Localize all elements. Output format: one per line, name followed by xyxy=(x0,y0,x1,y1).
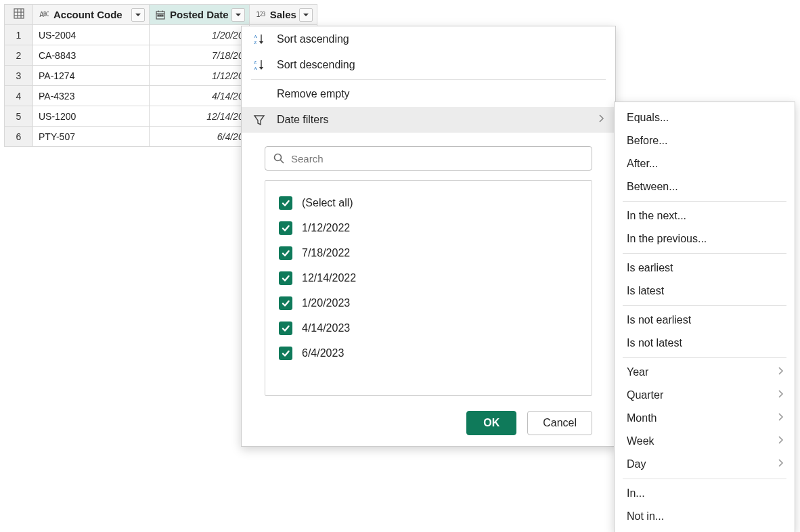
submenu-item[interactable]: Month xyxy=(615,407,795,430)
svg-text:A: A xyxy=(254,34,257,39)
menu-label: Sort ascending xyxy=(277,33,604,45)
menu-item-sort-ascending[interactable]: AZ Sort ascending xyxy=(242,26,615,52)
row-number[interactable]: 3 xyxy=(5,66,33,86)
column-dropdown-panel: AZ Sort ascending ZA Sort descending Rem… xyxy=(241,26,616,447)
cell-account[interactable]: PTY-507 xyxy=(33,127,149,146)
filter-value-item[interactable]: 4/14/2023 xyxy=(279,315,578,340)
row-number[interactable]: 4 xyxy=(5,86,33,106)
checkbox-icon[interactable] xyxy=(279,271,292,285)
checkbox-icon[interactable] xyxy=(279,322,292,335)
filter-icon xyxy=(251,113,267,127)
submenu-label: Between... xyxy=(627,181,678,193)
submenu-item[interactable]: Before... xyxy=(615,129,795,152)
submenu-item[interactable]: Year xyxy=(615,361,795,384)
submenu-label: Day xyxy=(627,458,646,470)
cell-posted-date[interactable]: 7/18/20 xyxy=(150,45,249,65)
menu-label: Date filters xyxy=(277,114,588,126)
row-number[interactable]: 1 xyxy=(5,25,33,45)
submenu-item[interactable]: After... xyxy=(615,152,795,175)
filter-value-label: 1/20/2023 xyxy=(302,297,350,309)
cell-account[interactable]: US-1200 xyxy=(33,106,149,126)
svg-line-19 xyxy=(281,160,284,164)
submenu-item[interactable]: Is not latest xyxy=(615,332,795,355)
menu-item-date-filters[interactable]: Date filters xyxy=(242,107,615,133)
date-filters-submenu: Equals...Before...After...Between...In t… xyxy=(614,102,795,532)
menu-label: Sort descending xyxy=(277,59,604,71)
submenu-label: Year xyxy=(627,366,648,378)
svg-text:A: A xyxy=(254,66,257,71)
submenu-label: Is not earliest xyxy=(627,314,691,326)
cell-posted-date[interactable]: 4/14/20 xyxy=(150,86,249,106)
corner-cell[interactable] xyxy=(5,5,33,25)
search-icon xyxy=(273,152,285,167)
submenu-label: Not in... xyxy=(627,510,664,523)
filter-value-item[interactable]: 1/12/2022 xyxy=(279,215,578,240)
filter-value-item[interactable]: 7/18/2022 xyxy=(279,240,578,265)
submenu-label: Equals... xyxy=(627,112,669,124)
submenu-label: Month xyxy=(627,412,657,424)
submenu-item[interactable]: Is earliest xyxy=(615,257,795,280)
cell-account[interactable]: PA-1274 xyxy=(33,66,149,85)
submenu-item[interactable]: Day xyxy=(615,453,795,476)
column-header-posted-date[interactable]: Posted Date xyxy=(150,5,250,25)
submenu-item[interactable]: Equals... xyxy=(615,106,795,129)
checkbox-icon[interactable] xyxy=(279,296,292,310)
cell-account[interactable]: PA-4323 xyxy=(33,86,149,106)
checkbox-icon[interactable] xyxy=(279,221,292,235)
filter-value-item[interactable]: 1/20/2023 xyxy=(279,290,578,315)
filter-values-list: (Select all)1/12/20227/18/202212/14/2022… xyxy=(265,180,592,396)
submenu-label: In... xyxy=(627,487,645,500)
cell-posted-date[interactable]: 6/4/20 xyxy=(150,127,249,146)
submenu-item[interactable]: In the next... xyxy=(615,204,795,227)
menu-separator xyxy=(623,253,786,254)
submenu-item[interactable]: Is latest xyxy=(615,280,795,303)
search-input[interactable] xyxy=(265,146,592,171)
column-header-sales[interactable]: 123 Sales xyxy=(249,5,317,25)
row-number[interactable]: 6 xyxy=(5,127,33,147)
ok-button[interactable]: OK xyxy=(466,411,516,435)
submenu-label: Before... xyxy=(627,135,667,147)
column-filter-button[interactable] xyxy=(231,8,245,22)
submenu-label: Week xyxy=(627,435,654,447)
submenu-item[interactable]: Is not earliest xyxy=(615,309,795,332)
submenu-item[interactable]: Quarter xyxy=(615,384,795,407)
chevron-down-icon xyxy=(235,12,242,18)
filter-value-label: 4/14/2023 xyxy=(302,322,350,334)
filter-value-label: (Select all) xyxy=(302,197,353,209)
svg-rect-10 xyxy=(160,15,161,16)
menu-label: Remove empty xyxy=(277,88,604,100)
cell-account[interactable]: US-2004 xyxy=(33,25,149,45)
submenu-item[interactable]: In... xyxy=(615,482,795,505)
filter-value-item[interactable]: (Select all) xyxy=(279,190,578,215)
column-filter-button[interactable] xyxy=(299,8,313,22)
number-type-icon: 123 xyxy=(254,9,267,21)
filter-value-item[interactable]: 12/14/2022 xyxy=(279,265,578,290)
submenu-item[interactable]: Week xyxy=(615,430,795,453)
submenu-label: In the previous... xyxy=(627,233,707,245)
checkbox-icon[interactable] xyxy=(279,347,292,360)
cell-posted-date[interactable]: 1/12/20 xyxy=(150,66,249,85)
sort-descending-icon: ZA xyxy=(251,58,267,72)
row-number[interactable]: 2 xyxy=(5,45,33,66)
column-header-account[interactable]: ABC Account Code xyxy=(33,5,150,25)
svg-rect-0 xyxy=(14,9,24,18)
cell-account[interactable]: CA-8843 xyxy=(33,45,149,65)
filter-value-item[interactable]: 6/4/2023 xyxy=(279,340,578,365)
text-type-icon: ABC xyxy=(37,9,51,21)
cell-posted-date[interactable]: 1/20/20 xyxy=(150,25,249,45)
menu-item-sort-descending[interactable]: ZA Sort descending xyxy=(242,52,615,78)
checkbox-icon[interactable] xyxy=(279,196,292,210)
chevron-right-icon xyxy=(777,366,784,378)
checkbox-icon[interactable] xyxy=(279,246,292,260)
cancel-button[interactable]: Cancel xyxy=(527,411,592,435)
submenu-label: Is latest xyxy=(627,285,664,297)
column-filter-button[interactable] xyxy=(131,8,145,22)
row-number[interactable]: 5 xyxy=(5,106,33,127)
cell-posted-date[interactable]: 12/14/20 xyxy=(150,106,249,126)
submenu-item[interactable]: Not in... xyxy=(615,505,795,528)
submenu-item[interactable]: In the previous... xyxy=(615,227,795,250)
menu-item-remove-empty[interactable]: Remove empty xyxy=(242,81,615,107)
submenu-item[interactable]: Between... xyxy=(615,175,795,198)
menu-separator xyxy=(623,479,786,479)
submenu-label: Is earliest xyxy=(627,262,673,274)
